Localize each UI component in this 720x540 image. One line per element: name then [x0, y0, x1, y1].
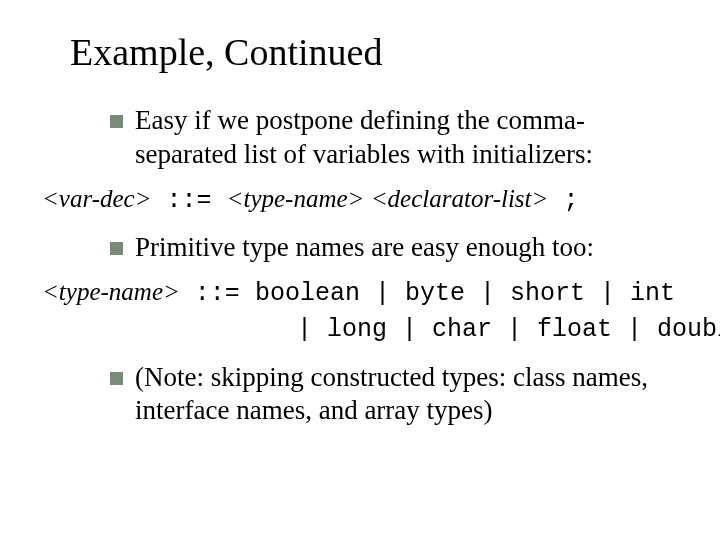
grammar-rule-type-name: <type-name> ::= boolean | byte | short |… [42, 275, 690, 347]
square-bullet-icon [110, 242, 123, 255]
nonterminal: <type-name> [42, 278, 180, 305]
nonterminal: <declarator-list> [371, 185, 549, 212]
bullet-item: Primitive type names are easy enough too… [110, 231, 660, 265]
grammar-line: | long | char | float | double [42, 311, 690, 347]
square-bullet-icon [110, 372, 123, 385]
terminal: | long | char | float | double [297, 315, 720, 344]
bullet-text: (Note: skipping constructed types: class… [135, 361, 660, 429]
operator: ::= [152, 186, 227, 215]
nonterminal: <var-dec> [42, 185, 152, 212]
operator: ::= [180, 279, 255, 308]
terminal: boolean | byte | short | int [255, 279, 675, 308]
nonterminal: <type-name> [227, 185, 365, 212]
page-title: Example, Continued [70, 30, 690, 74]
grammar-line: <type-name> ::= boolean | byte | short |… [42, 275, 690, 311]
bullet-text: Primitive type names are easy enough too… [135, 231, 660, 265]
grammar-rule-var-dec: <var-dec> ::= <type-name> <declarator-li… [42, 182, 690, 218]
bullet-item: (Note: skipping constructed types: class… [110, 361, 660, 429]
terminal: ; [548, 186, 578, 215]
bullet-text: Easy if we postpone defining the comma-s… [135, 104, 660, 172]
slide: Example, Continued Easy if we postpone d… [0, 0, 720, 540]
bullet-item: Easy if we postpone defining the comma-s… [110, 104, 660, 172]
indent [42, 315, 297, 344]
square-bullet-icon [110, 115, 123, 128]
